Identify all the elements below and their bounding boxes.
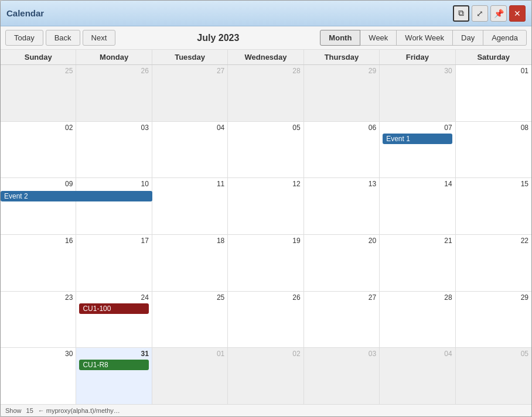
day-cell[interactable]: 22 [456,235,531,291]
day-cell[interactable]: 27 [304,292,380,348]
day-headers: Sunday Monday Tuesday Wednesday Thursday… [1,50,531,65]
day-cell[interactable]: 28 [380,292,455,348]
header-saturday: Saturday [456,50,531,64]
day-cell[interactable]: 25 [152,292,228,348]
day-cell[interactable]: 25 [1,65,76,121]
header-tuesday: Tuesday [152,50,228,64]
titlebar-buttons: ⧉ ⤢ 📌 ✕ [453,5,526,22]
bottom-bar: Show 15 ← myproxy(alpha.t)/methy… [1,404,531,416]
day-number: 28 [231,67,300,75]
day-cell[interactable]: 08 [456,122,531,178]
day-cell[interactable]: 20 [304,235,380,291]
day-cell[interactable]: 05 [456,348,531,404]
day-cell[interactable]: 14 [380,178,455,234]
day-number: 19 [231,237,300,245]
day-cell[interactable]: 30 [1,348,76,404]
day-number: 02 [231,350,300,358]
day-cell[interactable]: 15 [456,178,531,234]
day-cell[interactable]: 24 CU1-100 [76,292,152,348]
day-cell[interactable]: 03 [76,122,152,178]
day-cell[interactable]: 13 [304,178,380,234]
day-cell[interactable]: 02 [1,122,76,178]
day-number: 25 [4,67,73,75]
day-cell[interactable]: 29 [304,65,380,121]
day-cell[interactable]: 26 [228,292,303,348]
day-number: 22 [459,237,528,245]
day-cell[interactable]: 19 [228,235,303,291]
header-thursday: Thursday [304,50,380,64]
event-cu1-100[interactable]: CU1-100 [79,303,148,314]
stack-button[interactable]: ⧉ [453,5,469,22]
close-button[interactable]: ✕ [509,5,526,22]
day-number: 06 [307,124,376,132]
show-count: 15 [26,407,33,414]
day-cell[interactable]: 07 Event 1 [380,122,455,178]
toolbar: Today Back Next July 2023 Month Week Wor… [1,26,531,50]
day-cell[interactable]: 26 [76,65,152,121]
day-number: 27 [307,293,376,302]
day-cell[interactable]: 02 [228,348,303,404]
day-number: 13 [307,180,376,188]
day-number: 29 [459,293,528,302]
day-cell[interactable]: 09 Event 2 [1,178,76,234]
day-number: 02 [4,124,73,132]
day-cell[interactable]: 29 [456,292,531,348]
tab-agenda[interactable]: Agenda [483,30,527,46]
day-cell[interactable]: 30 [380,65,455,121]
day-number: 03 [307,350,376,358]
day-cell[interactable]: 28 [228,65,303,121]
day-number: 24 [79,293,148,302]
day-number: 17 [79,237,148,245]
url-hint: ← myproxy(alpha.t)/methy… [38,407,120,414]
day-number: 27 [155,67,224,75]
day-cell[interactable]: 01 [152,348,228,404]
today-button[interactable]: Today [5,30,43,46]
header-friday: Friday [380,50,455,64]
tab-week[interactable]: Week [360,30,397,46]
day-number: 31 [79,350,148,358]
day-cell[interactable]: 06 [304,122,380,178]
day-cell-today[interactable]: 31 CU1-R8 [76,348,152,404]
back-button[interactable]: Back [46,30,80,46]
week-row: 02 03 04 05 06 07 Event 1 08 [1,122,531,179]
day-cell[interactable]: 04 [380,348,455,404]
day-cell[interactable]: 04 [152,122,228,178]
tab-day[interactable]: Day [452,30,483,46]
day-cell[interactable]: 05 [228,122,303,178]
resize-button[interactable]: ⤢ [472,5,488,22]
day-number: 04 [383,350,452,358]
window-title: Calendar [6,8,44,18]
day-number: 18 [155,237,224,245]
day-cell[interactable]: 11 [152,178,228,234]
weeks-container: 25 26 27 28 29 30 01 02 03 04 05 06 07 E… [1,65,531,404]
day-cell[interactable]: 16 [1,235,76,291]
header-monday: Monday [76,50,152,64]
day-number: 01 [155,350,224,358]
event-1[interactable]: Event 1 [383,134,452,144]
day-number: 30 [383,67,452,75]
view-tabs: Month Week Work Week Day Agenda [320,30,527,46]
next-button[interactable]: Next [83,30,116,46]
tab-month[interactable]: Month [320,30,360,46]
day-cell[interactable]: 12 [228,178,303,234]
day-cell[interactable]: 03 [304,348,380,404]
day-cell[interactable]: 01 [456,65,531,121]
pin-button[interactable]: 📌 [490,5,507,22]
day-number: 10 [79,180,148,188]
event-2[interactable]: Event 2 [1,191,152,201]
week-row: 09 Event 2 10 11 12 13 14 15 [1,178,531,235]
day-number: 01 [459,67,528,75]
day-number: 11 [155,180,224,188]
day-number: 26 [231,293,300,302]
day-number: 29 [307,67,376,75]
day-cell[interactable]: 27 [152,65,228,121]
tab-work-week[interactable]: Work Week [396,30,453,46]
titlebar: Calendar ⧉ ⤢ 📌 ✕ [1,1,531,26]
day-cell[interactable]: 18 [152,235,228,291]
day-cell[interactable]: 10 [76,178,152,234]
day-cell[interactable]: 23 [1,292,76,348]
day-cell[interactable]: 17 [76,235,152,291]
day-cell[interactable]: 21 [380,235,455,291]
day-number: 08 [459,124,528,132]
event-cu1-r8[interactable]: CU1-R8 [79,360,148,370]
